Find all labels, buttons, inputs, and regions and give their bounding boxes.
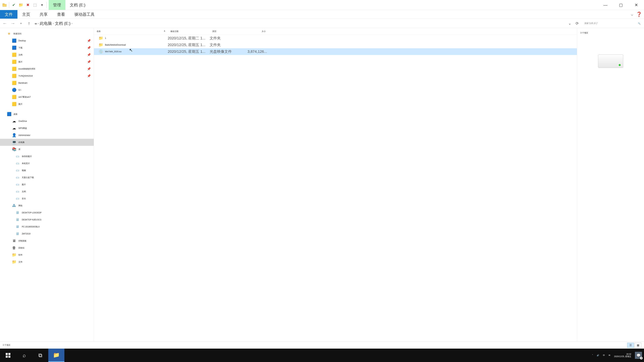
nav-network-item[interactable]: 🖥PC-20190530OBLA [0, 223, 94, 230]
nav-quick-item[interactable]: 🟦下载📌 [0, 44, 94, 51]
nav-library-item[interactable]: ▭文档 [0, 188, 94, 195]
folder-icon: 🔵 [12, 88, 16, 92]
nav-desktop-item[interactable]: 💻此电脑 [0, 139, 94, 146]
nav-back-button[interactable]: ← [1, 20, 8, 27]
nav-network-item[interactable]: 🖥ZMT2019 [0, 230, 94, 237]
qat-undo-icon[interactable]: ⬚ [32, 2, 38, 8]
window-controls: — ▢ ✕ [598, 0, 644, 10]
nav-quick-item[interactable]: 🟦Desktop📌 [0, 37, 94, 44]
start-button[interactable] [0, 349, 16, 362]
nav-library-item[interactable]: ▭本机照片 [0, 160, 94, 167]
breadcrumb-root[interactable]: 此电脑 [40, 21, 52, 26]
ribbon-expand-icon[interactable]: ⌵ [631, 12, 633, 16]
chevron-right-icon[interactable]: › [53, 22, 54, 25]
col-size[interactable]: 大小 [245, 30, 268, 33]
sort-asc-icon: ▲ [163, 29, 166, 32]
nav-network-item[interactable]: 🖥DESKTOP-NJEU3CG [0, 216, 94, 223]
close-button[interactable]: ✕ [628, 0, 644, 10]
folder-icon: 🟨 [12, 95, 16, 99]
nav-extra-item[interactable]: 📁文件 [0, 258, 94, 266]
item-icon: 🗑 [12, 246, 16, 250]
pin-icon: 📌 [87, 67, 91, 71]
file-date: 2020/12/25, 星期五 1... [168, 42, 210, 47]
minimize-button[interactable]: — [598, 0, 613, 10]
nav-quick-access[interactable]: ★快速访问 [0, 30, 94, 37]
item-icon: 💻 [12, 140, 16, 144]
nav-extra-item[interactable]: 🖥控制面板 [0, 237, 94, 244]
nav-library-item[interactable]: ▭保存的图片 [0, 153, 94, 160]
qat-properties-icon[interactable]: ✔ [10, 2, 17, 8]
qat-dropdown-icon[interactable]: ▾ [39, 2, 45, 8]
action-center-button[interactable]: 💬3 [635, 352, 642, 359]
menu-file[interactable]: 文件 [0, 10, 18, 18]
nav-desktop-item[interactable]: ☁OneDrive [0, 118, 94, 125]
svg-rect-3 [8, 353, 10, 355]
tray-app-icon[interactable]: ✉ [608, 354, 610, 357]
nav-quick-item[interactable]: 🟨win7重装win7 [0, 93, 94, 100]
col-name[interactable]: 名称▲ [94, 30, 168, 33]
nav-forward-button[interactable]: → [10, 20, 16, 27]
item-icon: 📚 [12, 147, 16, 151]
file-row[interactable]: 💿Win7x64_2020.iso2020/12/25, 星期五 1...光盘映… [94, 48, 577, 55]
refresh-icon[interactable]: ⟳ [574, 20, 580, 26]
taskbar: ⌕ ⧉ 📁 ˄ 🔊 中 ✉ 16:32 2020/12/25, 星期五 💬3 [0, 349, 644, 362]
nav-up-button[interactable]: ↑ [26, 20, 32, 27]
col-type[interactable]: 类型 [210, 30, 245, 33]
nav-quick-item[interactable]: 🟨图片 [0, 100, 94, 108]
menu-view[interactable]: 查看 [52, 10, 70, 18]
nav-library-item[interactable]: ▭音乐 [0, 195, 94, 202]
qat-new-folder-icon[interactable]: 📁 [18, 2, 24, 8]
nav-library-item[interactable]: ▭图片 [0, 181, 94, 188]
nav-recent-dropdown[interactable]: ▾ [18, 20, 24, 27]
nav-desktop-item[interactable]: 👤Administrator [0, 132, 94, 139]
breadcrumb-drive[interactable]: 文档 (E:) [55, 21, 70, 26]
file-row[interactable]: 📁12020/12/15, 星期二 1...文件夹 [94, 35, 577, 41]
nav-desktop[interactable]: 🟦桌面 [0, 111, 94, 118]
address-dropdown-icon[interactable]: ⌄ [567, 20, 573, 26]
view-icons-button[interactable]: ▦ [634, 343, 641, 348]
help-icon[interactable]: ❓ [636, 11, 642, 17]
col-date[interactable]: 修改日期 [168, 30, 210, 33]
file-row[interactable]: 📁BaiduNetdiskDownload2020/12/25, 星期五 1..… [94, 41, 577, 48]
quick-access-toolbar: ✔ 📁 ✖ ⬚ ▾ [0, 0, 49, 10]
star-icon: ★ [7, 31, 12, 36]
nav-quick-item[interactable]: 🔵G:\ [0, 86, 94, 93]
chevron-right-icon[interactable]: › [72, 22, 72, 25]
nav-desktop-item[interactable]: 📚库 [0, 146, 94, 153]
chevron-right-icon[interactable]: › [38, 22, 39, 25]
nav-desktop-item[interactable]: ☁WPS网盘 [0, 125, 94, 132]
task-view-button[interactable]: ⧉ [32, 349, 48, 362]
navigation-pane[interactable]: ★快速访问 🟦Desktop📌🟦下载📌🟨文档📌🟨图片📌🟨excel表格制作求和📌… [0, 28, 94, 342]
maximize-button[interactable]: ▢ [613, 0, 628, 10]
nav-quick-item[interactable]: 🟨YUNQISHI2019📌 [0, 72, 94, 79]
ime-indicator[interactable]: 中 [603, 354, 605, 357]
file-list[interactable]: 名称▲ 修改日期 类型 大小 📁12020/12/15, 星期二 1...文件夹… [94, 28, 577, 342]
menu-share[interactable]: 共享 [35, 10, 52, 18]
nav-library-item[interactable]: ▭天翼云盘下载 [0, 174, 94, 181]
nav-extra-item[interactable]: 🗑回收站 [0, 244, 94, 251]
search-input[interactable]: 搜索"文档 (E:)" 🔍 [582, 20, 643, 27]
ribbon-tabs: 文件 主页 共享 查看 驱动器工具 ⌵ ❓ [0, 10, 644, 19]
view-details-button[interactable]: ☰ [627, 343, 634, 348]
nav-quick-item[interactable]: 🟨excel表格制作求和📌 [0, 65, 94, 72]
contextual-tab[interactable]: 管理 [49, 0, 66, 10]
tray-overflow-icon[interactable]: ˄ [592, 354, 593, 357]
file-type: 文件夹 [210, 36, 245, 41]
clock[interactable]: 16:32 2020/12/25, 星期五 [614, 353, 631, 358]
taskbar-explorer[interactable]: 📁 [48, 349, 64, 362]
nav-network[interactable]: 🖧网络 [0, 202, 94, 209]
menu-drive-tools[interactable]: 驱动器工具 [70, 10, 99, 18]
search-button[interactable]: ⌕ [16, 349, 32, 362]
volume-icon[interactable]: 🔊 [597, 354, 599, 357]
nav-extra-item[interactable]: 📁软件 [0, 251, 94, 258]
app-icon[interactable] [1, 2, 8, 8]
nav-network-item[interactable]: 🖥DESKTOP-LSSOEDP [0, 209, 94, 216]
file-date: 2020/12/15, 星期二 1... [168, 36, 210, 41]
nav-quick-item[interactable]: 🟨图片📌 [0, 58, 94, 65]
address-bar[interactable]: 🖴 › 此电脑 › 文档 (E:) › ⌄ ⟳ [34, 20, 581, 27]
nav-library-item[interactable]: ▭视频 [0, 167, 94, 174]
qat-delete-icon[interactable]: ✖ [25, 2, 31, 8]
menu-home[interactable]: 主页 [18, 10, 35, 18]
nav-quick-item[interactable]: 🟨Bandicam [0, 79, 94, 86]
nav-quick-item[interactable]: 🟨文档📌 [0, 51, 94, 58]
